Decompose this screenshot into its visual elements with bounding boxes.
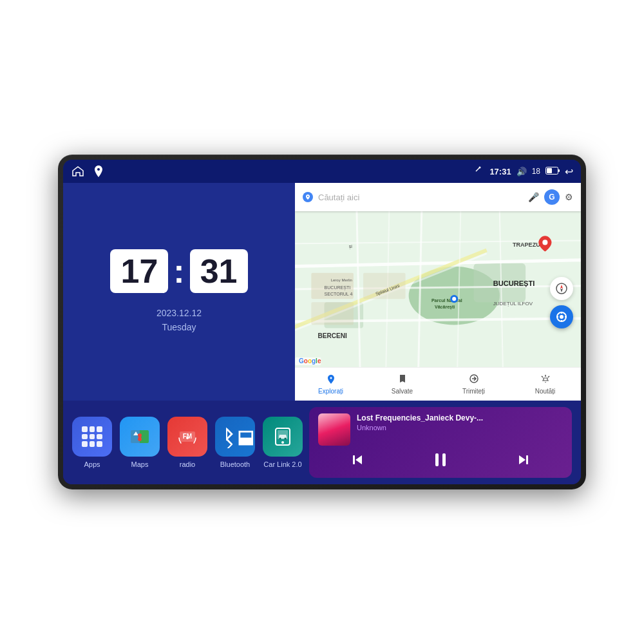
svg-rect-3 (558, 169, 560, 172)
layers-icon[interactable]: ⚙ (565, 192, 573, 202)
map-nav-send-label: Trimiteți (462, 388, 485, 395)
status-bar: 17:31 🔊 18 ↩ (63, 160, 581, 183)
music-title: Lost Frequencies_Janieck Devy-... (357, 413, 563, 422)
device-screen: 17:31 🔊 18 ↩ (63, 160, 581, 484)
music-player: Lost Frequencies_Janieck Devy-... Unknow… (309, 407, 572, 478)
bluetooth-icon-box: ⬓ (215, 417, 255, 457)
explore-icon (326, 374, 336, 386)
app-icons-row: Apps Maps (72, 417, 303, 468)
svg-text:BERCENI: BERCENI (317, 332, 347, 339)
signal-icon (475, 166, 484, 177)
svg-point-35 (452, 297, 456, 301)
apps-label: Apps (84, 460, 100, 468)
svg-point-59 (281, 441, 284, 444)
clock-date: 2023.12.12 Tuesday (156, 306, 202, 335)
svg-text:BUCUREȘTI: BUCUREȘTI (493, 279, 535, 287)
google-maps-icon (303, 192, 313, 202)
profile-icon[interactable]: G (544, 189, 560, 205)
map-nav-saved[interactable]: Salvate (366, 374, 438, 395)
svg-text:JUDEȚUL ILFOV: JUDEȚUL ILFOV (493, 301, 533, 307)
album-art (318, 413, 350, 446)
clock-date-text: 2023.12.12 (156, 306, 202, 320)
apps-grid-icon (82, 426, 102, 447)
music-play-pause-button[interactable] (429, 448, 452, 471)
svg-point-36 (542, 240, 547, 245)
bluetooth-label: Bluetooth (220, 460, 250, 468)
carlink-label: Car Link 2.0 (263, 460, 301, 468)
svg-rect-65 (442, 453, 446, 466)
clock-minutes: 31 (200, 254, 238, 288)
music-top: Lost Frequencies_Janieck Devy-... Unknow… (318, 413, 563, 446)
send-icon (469, 374, 479, 386)
map-nav-explore-label: Explorați (318, 388, 343, 395)
music-controls (318, 448, 563, 471)
svg-rect-21 (311, 302, 354, 325)
map-location-button[interactable] (550, 305, 573, 328)
radio-icon-box: FM (167, 417, 207, 457)
app-icon-maps[interactable]: Maps (120, 417, 160, 468)
svg-point-60 (279, 438, 281, 440)
map-svg: TRAPEZULUI BUCUREȘTI JUDEȚUL ILFOV BERCE… (295, 211, 581, 367)
app-icon-carlink[interactable]: Car Link 2.0 (263, 417, 303, 468)
volume-icon: 🔊 (516, 167, 527, 176)
svg-text:Văcărești: Văcărești (435, 305, 455, 310)
status-time: 17:31 (489, 167, 511, 176)
music-artist: Unknown (357, 424, 563, 431)
svg-text:Leroy Merlin: Leroy Merlin (331, 278, 352, 282)
svg-rect-64 (435, 453, 439, 466)
status-right: 17:31 🔊 18 ↩ (475, 166, 573, 178)
music-next-button[interactable] (512, 448, 535, 471)
music-prev-button[interactable] (346, 448, 369, 471)
map-compass-button[interactable] (550, 277, 573, 300)
clock-separator: : (173, 254, 184, 288)
bluetooth-icon-svg (216, 425, 237, 448)
svg-point-42 (560, 315, 564, 319)
map-nav-saved-label: Salvate (392, 388, 413, 395)
app-icon-bluetooth[interactable]: ⬓ Bluetooth (215, 417, 255, 468)
map-bottom-nav: Explorați Salvate (295, 367, 581, 401)
maps-nav-icon[interactable] (91, 164, 106, 178)
svg-point-0 (479, 166, 481, 168)
map-nav-news-label: Noutăți (535, 388, 556, 395)
carlink-icon-box (263, 417, 303, 457)
map-search-input[interactable]: Căutați aici (318, 193, 523, 202)
battery-icon (545, 167, 560, 176)
google-logo: Google (299, 357, 321, 365)
map-nav-explore[interactable]: Explorați (295, 374, 366, 395)
map-nav-news[interactable]: Noutăți (509, 374, 581, 395)
maps-icon-svg (129, 426, 150, 447)
clock-display: 17 : 31 (110, 249, 247, 293)
svg-text:SECTORUL 4: SECTORUL 4 (325, 292, 353, 296)
svg-marker-39 (560, 285, 563, 289)
back-button[interactable]: ↩ (565, 166, 573, 178)
clock-panel: 17 : 31 2023.12.12 Tuesday (63, 183, 295, 401)
voice-search-icon[interactable]: 🎤 (528, 192, 539, 202)
svg-rect-67 (526, 455, 528, 464)
svg-marker-66 (519, 455, 526, 464)
clock-hours-block: 17 (110, 249, 168, 293)
app-icon-apps[interactable]: Apps (72, 417, 112, 468)
svg-marker-40 (560, 289, 563, 292)
saved-icon (397, 374, 408, 386)
battery-level: 18 (532, 167, 540, 176)
music-thumbnail (318, 413, 350, 446)
clock-hours: 17 (120, 254, 158, 288)
home-button[interactable] (71, 164, 85, 178)
map-panel[interactable]: Căutați aici 🎤 G ⚙ (295, 183, 581, 401)
news-icon (540, 374, 551, 386)
app-icon-radio[interactable]: FM radio (167, 417, 207, 468)
svg-text:BUCUREȘTI: BUCUREȘTI (325, 285, 351, 290)
svg-point-54 (186, 437, 189, 439)
main-content: 17 : 31 2023.12.12 Tuesday (63, 183, 581, 484)
svg-rect-63 (353, 455, 355, 464)
map-search-bar[interactable]: Căutați aici 🎤 G ⚙ (295, 183, 581, 211)
maps-label: Maps (131, 460, 149, 468)
svg-marker-62 (355, 455, 362, 464)
status-left (71, 164, 106, 178)
map-body[interactable]: TRAPEZULUI BUCUREȘTI JUDEȚUL ILFOV BERCE… (295, 211, 581, 367)
radio-icon-svg: FM (176, 425, 199, 448)
svg-rect-2 (547, 168, 552, 173)
svg-point-61 (285, 438, 287, 440)
music-info: Lost Frequencies_Janieck Devy-... Unknow… (357, 413, 563, 431)
map-nav-send[interactable]: Trimiteți (438, 374, 509, 395)
